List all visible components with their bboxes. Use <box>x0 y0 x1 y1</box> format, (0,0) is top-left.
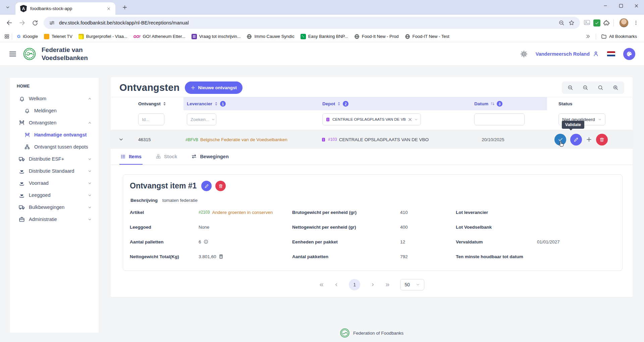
id-filter-input[interactable] <box>138 113 164 125</box>
bookmark-go-atheneum[interactable]: GO! GO! Atheneum Etter... <box>130 33 189 40</box>
zoom-out-icon[interactable] <box>583 85 588 91</box>
clear-filter-icon[interactable] <box>408 117 412 122</box>
sidebar-item-bulkbewegingen[interactable]: Bulkbewegingen <box>14 201 95 213</box>
bookmarks-overflow-icon[interactable] <box>585 34 590 39</box>
sitemap-icon <box>24 144 30 150</box>
date-filter-input[interactable] <box>474 113 525 125</box>
sidebar-item-administratie[interactable]: Administratie <box>14 213 95 225</box>
supplier-filter-select[interactable]: Zoeken... <box>187 113 216 125</box>
sort-desc-icon[interactable] <box>490 102 495 106</box>
hand-heart-icon <box>19 192 25 198</box>
receptions-panel: Ontvangsten Nieuwe ontvangst Ontvangst L… <box>111 77 633 297</box>
bookmark-burgerprofiel[interactable]: Burgerprofiel - Vlaa... <box>75 33 130 40</box>
sidebar-item-meldingen[interactable]: Meldingen <box>14 105 95 117</box>
mouse-cursor <box>557 140 565 148</box>
profile-avatar[interactable] <box>619 18 629 27</box>
apps-grid-icon[interactable] <box>4 34 10 39</box>
edit-button[interactable] <box>570 134 582 146</box>
extensions-puzzle-icon[interactable] <box>603 19 610 26</box>
row-expander-icon[interactable] <box>111 137 131 142</box>
angular-favicon-icon: A <box>20 5 27 12</box>
detail-tabs: Items Stock Bewegingen <box>111 149 633 165</box>
delete-button[interactable] <box>596 134 608 146</box>
bookmark-foodit-test[interactable]: Food-IT New - Test <box>402 33 452 40</box>
reception-row[interactable]: 46315 #BFVB Belgische Federatie van de V… <box>111 130 633 149</box>
minimize-button[interactable] <box>598 0 613 11</box>
maximize-button[interactable] <box>613 0 629 11</box>
browser-tab[interactable]: A foodbanks-stock-app <box>15 2 115 15</box>
bookmark-easy-banking[interactable]: Easy Banking BNP... <box>298 33 351 40</box>
menu-hamburger-icon[interactable] <box>9 50 17 58</box>
footer-text: Federation of Foodbanks <box>353 331 404 336</box>
extension-screenshot-icon[interactable] <box>583 19 591 26</box>
bookmark-immo-cauwe[interactable]: Immo Cauwe Syndic <box>244 33 297 40</box>
prev-page-icon[interactable] <box>334 282 339 287</box>
bookmark-telenet-tv[interactable]: Telenet TV <box>41 33 75 40</box>
page-size-select[interactable]: 50 <box>400 279 424 290</box>
sidebar-item-voorraad[interactable]: Voorraad <box>14 177 95 189</box>
calculator-icon[interactable] <box>219 254 223 259</box>
sidebar-item-ontvangst-tussen-depots[interactable]: Ontvangst tussen depots <box>14 141 95 153</box>
telenet-icon <box>44 34 49 39</box>
bookmark-igoogle[interactable]: G iGoogle <box>14 33 41 40</box>
column-depot[interactable]: Depot 2 <box>319 97 471 110</box>
theme-toggle-sun-icon[interactable] <box>520 50 528 58</box>
app-title: Federatie van Voedselbanken <box>42 46 88 61</box>
info-icon[interactable] <box>204 239 208 244</box>
last-page-icon[interactable] <box>385 282 390 287</box>
sidebar-item-leeggoed[interactable]: Leeggoed <box>14 189 95 201</box>
first-page-icon[interactable] <box>319 282 324 287</box>
language-flag-nl[interactable] <box>607 51 615 57</box>
new-tab-button[interactable] <box>120 3 129 12</box>
current-page[interactable]: 1 <box>349 279 360 290</box>
zoom-out-icon[interactable] <box>568 85 573 91</box>
edit-item-button[interactable] <box>201 181 212 191</box>
sidebar-item-distributie-esf[interactable]: Distributie ESF+ <box>14 153 95 165</box>
article-code: #2103 <box>199 210 210 215</box>
user-person-icon <box>593 51 599 57</box>
site-settings-icon[interactable] <box>49 20 55 26</box>
sort-icon[interactable] <box>337 102 341 106</box>
sort-icon[interactable] <box>163 102 166 106</box>
depot-filter-select[interactable]: CENTRALE OPSLAGPLAATS VAN DE VBO <box>322 113 421 125</box>
search-icon[interactable] <box>598 85 603 91</box>
sort-order-badge: 1 <box>220 101 226 107</box>
new-reception-button[interactable]: Nieuwe ontvangst <box>185 81 243 94</box>
sidebar-item-ontvangsten[interactable]: Ontvangsten <box>14 117 95 129</box>
column-datum[interactable]: Datum 3 <box>471 97 547 110</box>
tab-bewegingen[interactable]: Bewegingen <box>190 149 229 165</box>
url-bar[interactable]: dev.stock.foodbanksit.be/stock/app/nl-BE… <box>44 17 580 29</box>
sidebar-item-handmatige-ontvangst[interactable]: Handmatige ontvangst <box>14 129 95 141</box>
all-bookmarks-button[interactable]: All Bookmarks <box>598 33 640 40</box>
bookmark-foodit-prod[interactable]: Food-It New - Prod <box>351 33 402 40</box>
forward-icon[interactable] <box>16 17 28 29</box>
bookmarks-divider <box>596 34 596 40</box>
theme-palette-button[interactable] <box>623 48 635 60</box>
extension-check-icon[interactable] <box>593 19 600 26</box>
sidebar-item-welkom[interactable]: Welkom <box>14 93 95 105</box>
people-carry-icon <box>19 120 25 126</box>
zoom-out-page-icon[interactable] <box>558 20 565 26</box>
bookmark-star-icon[interactable] <box>569 20 575 26</box>
close-window-button[interactable] <box>629 0 644 11</box>
url-text[interactable]: dev.stock.foodbanksit.be/stock/app/nl-BE… <box>59 20 554 25</box>
bookmark-vraag-inschrijving[interactable]: Vraag tot inschrijvin... <box>189 33 244 40</box>
tab-items[interactable]: Items <box>119 149 143 165</box>
column-ontvangst[interactable]: Ontvangst <box>131 97 183 110</box>
column-leverancier[interactable]: Leverancier 1 <box>183 97 319 110</box>
add-item-button[interactable] <box>586 136 592 142</box>
delete-item-button[interactable] <box>215 181 226 191</box>
user-menu[interactable]: Vandermeersch Roland <box>536 51 599 57</box>
tab-stock[interactable]: Stock <box>155 149 178 165</box>
sidebar-item-distributie-standaard[interactable]: Distributie Standaard <box>14 165 95 177</box>
field-leeggoed: Leeggoed None <box>130 220 289 234</box>
tab-search-button[interactable] <box>3 2 13 12</box>
browser-menu-icon[interactable] <box>631 20 641 25</box>
back-icon[interactable] <box>3 17 15 29</box>
tab-close-icon[interactable] <box>105 5 112 12</box>
next-page-icon[interactable] <box>370 282 375 287</box>
sort-icon[interactable] <box>214 102 218 106</box>
reload-icon[interactable] <box>29 17 41 29</box>
zoom-in-icon[interactable] <box>613 85 619 91</box>
column-status[interactable]: Status <box>547 97 633 110</box>
